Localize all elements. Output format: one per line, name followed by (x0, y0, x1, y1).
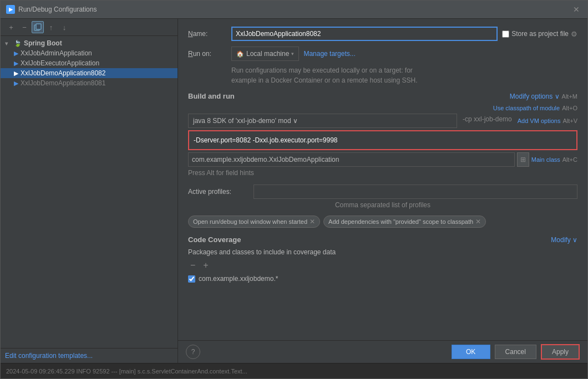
active-profiles-row: Active profiles: (188, 185, 577, 199)
run-on-hint: Run configurations may be executed local… (188, 65, 577, 85)
svg-rect-1 (36, 24, 41, 29)
config-tree: ▾ 🍃 Spring Boot ▶ XxlJobAdminApplication… (1, 36, 178, 348)
build-run-section: Build and run Modify options ∨ Alt+M Use… (188, 92, 577, 177)
close-icon[interactable]: ✕ (571, 4, 582, 15)
main-class-row: ⊞ Main class Alt+C (188, 152, 577, 167)
code-coverage-section: Code Coverage Modify ∨ Packages and clas… (188, 235, 577, 283)
settings-icon[interactable]: ⚙ (571, 30, 577, 38)
tag-close-icon[interactable]: ✕ (310, 218, 315, 226)
run-debug-dialog: ▶ Run/Debug Configurations ✕ + − ↑ ↓ (0, 0, 588, 379)
dialog-footer: ? OK Cancel Apply (178, 340, 587, 363)
active-profiles-label: Active profiles: (188, 188, 249, 196)
store-checkbox-area: Store as project file ⚙ (502, 30, 577, 38)
name-label: Name: (188, 30, 227, 38)
spring-boot-label: Spring Boot (24, 39, 62, 47)
field-hints: Press Alt for field hints (188, 169, 577, 177)
edit-templates-link[interactable]: Edit configuration templates... (5, 352, 93, 360)
main-class-input[interactable] (188, 152, 515, 167)
tag-run-debug: Open run/debug tool window when started … (188, 216, 320, 228)
modify-options-link[interactable]: Modify options ∨ (510, 93, 560, 100)
spring-boot-icon: 🍃 (14, 40, 22, 47)
dialog-content: + − ↑ ↓ ▾ 🍃 Spring Boot ▶ (1, 19, 587, 363)
config-icon: ▶ (14, 80, 18, 87)
dialog-title: Run/Debug Configurations (18, 6, 97, 13)
right-panel: Name: Store as project file ⚙ Run on: 🏠 (178, 19, 587, 363)
tree-group-spring-boot[interactable]: ▾ 🍃 Spring Boot (1, 38, 178, 48)
sdk-select[interactable]: java 8 SDK of 'xxl-job-demo' mod ∨ (188, 114, 457, 128)
tree-item-label: XxlJobAdminApplication (21, 49, 92, 57)
coverage-plus-button[interactable]: + (201, 260, 210, 270)
tree-item-xxljobdemo8081[interactable]: ▶ XxlJobDemoApplication8081 (1, 78, 178, 88)
store-label: Store as project file (511, 30, 569, 38)
main-class-label-area: Main class Alt+C (531, 156, 577, 163)
ok-button[interactable]: OK (452, 345, 490, 359)
coverage-desc: Packages and classes to include in cover… (188, 248, 577, 256)
tree-item-label: XxlJobDemoApplication8082 (21, 69, 105, 77)
app-icon: ▶ (6, 5, 15, 14)
program-args-wrapper (188, 130, 577, 150)
left-toolbar: + − ↑ ↓ (1, 19, 178, 36)
tree-item-label: XxlJobExecutorApplication (21, 59, 99, 67)
use-classpath-area: Use classpath of module Alt+O (493, 105, 577, 111)
coverage-item-label: com.example.xxljobdemo.* (199, 275, 278, 283)
sdk-value: java 8 SDK of 'xxl-job-demo' mod ∨ (193, 117, 298, 125)
help-button[interactable]: ? (186, 345, 200, 359)
add-config-button[interactable]: + (5, 21, 17, 33)
classpath-shortcut: Alt+O (562, 105, 577, 111)
tree-item-xxljobdemo8082[interactable]: ▶ XxlJobDemoApplication8082 (1, 68, 178, 78)
config-icon: ▶ (14, 50, 18, 57)
run-on-select[interactable]: 🏠 Local machine ▾ (231, 47, 299, 61)
program-args-input[interactable] (188, 130, 577, 150)
active-profiles-input[interactable] (254, 185, 577, 199)
copy-config-button[interactable] (32, 21, 44, 33)
apply-button[interactable]: Apply (541, 344, 580, 360)
tree-item-label: XxlJobDemoApplication8081 (21, 79, 105, 87)
profiles-hint: Comma separated list of profiles (188, 201, 577, 209)
main-class-expand-btn[interactable]: ⊞ (517, 152, 529, 167)
build-run-header: Build and run Modify options ∨ Alt+M (188, 92, 577, 100)
move-up-button[interactable]: ↑ (45, 21, 57, 33)
name-row: Name: Store as project file ⚙ (188, 27, 577, 41)
local-machine-icon: 🏠 (236, 50, 244, 58)
coverage-checkbox[interactable] (188, 275, 195, 283)
coverage-modify-link[interactable]: Modify ∨ (551, 236, 577, 244)
code-coverage-header: Code Coverage Modify ∨ (188, 235, 577, 244)
run-on-value: Local machine (246, 50, 289, 58)
build-run-title: Build and run (188, 92, 235, 100)
coverage-buttons: − + (188, 260, 577, 270)
remove-config-button[interactable]: − (18, 21, 31, 33)
left-footer: Edit configuration templates... (1, 348, 178, 363)
bottom-status-bar: 2024-05-09 09:26:45.229 INFO 92592 --- [… (1, 363, 587, 378)
expand-icon: ▾ (5, 40, 12, 47)
left-panel: + − ↑ ↓ ▾ 🍃 Spring Boot ▶ (1, 19, 178, 363)
modify-options-shortcut: Alt+M (562, 93, 577, 100)
manage-targets-link[interactable]: Manage targets... (303, 50, 355, 58)
right-content: Name: Store as project file ⚙ Run on: 🏠 (178, 19, 587, 340)
tree-item-xxljobadmin[interactable]: ▶ XxlJobAdminApplication (1, 48, 178, 58)
add-vm-options-btn[interactable]: Add VM options (518, 117, 561, 124)
main-class-shortcut: Alt+C (562, 156, 577, 163)
config-icon: ▶ (14, 70, 18, 77)
tree-item-xxljobexecutor[interactable]: ▶ XxlJobExecutorApplication (1, 58, 178, 68)
coverage-minus-button[interactable]: − (188, 260, 197, 270)
cp-label: -cp xxl-job-demo (459, 114, 515, 128)
run-on-label: Run on: (188, 50, 227, 58)
tags-row: Open run/debug tool window when started … (188, 216, 577, 228)
cancel-button[interactable]: Cancel (495, 345, 536, 359)
tag-label: Add dependencies with "provided" scope t… (328, 218, 473, 225)
tag-close-icon[interactable]: ✕ (475, 218, 481, 226)
coverage-entry: com.example.xxljobdemo.* (188, 275, 577, 283)
title-bar-left: ▶ Run/Debug Configurations (6, 5, 97, 14)
run-on-row: Run on: 🏠 Local machine ▾ Manage targets… (188, 47, 577, 61)
jre-row: Use classpath of module Alt+O (188, 105, 577, 111)
status-text: 2024-05-09 09:26:45.229 INFO 92592 --- [… (6, 368, 247, 375)
config-icon: ▶ (14, 60, 18, 67)
use-classpath-btn[interactable]: Use classpath of module (493, 105, 560, 111)
add-vm-area: Add VM options Alt+V (518, 114, 577, 128)
name-input[interactable] (231, 27, 498, 41)
store-checkbox[interactable] (502, 30, 509, 38)
vm-shortcut: Alt+V (562, 117, 577, 124)
main-class-btn[interactable]: Main class (531, 156, 560, 163)
move-down-button[interactable]: ↓ (58, 21, 70, 33)
chevron-down-icon: ▾ (291, 51, 294, 57)
